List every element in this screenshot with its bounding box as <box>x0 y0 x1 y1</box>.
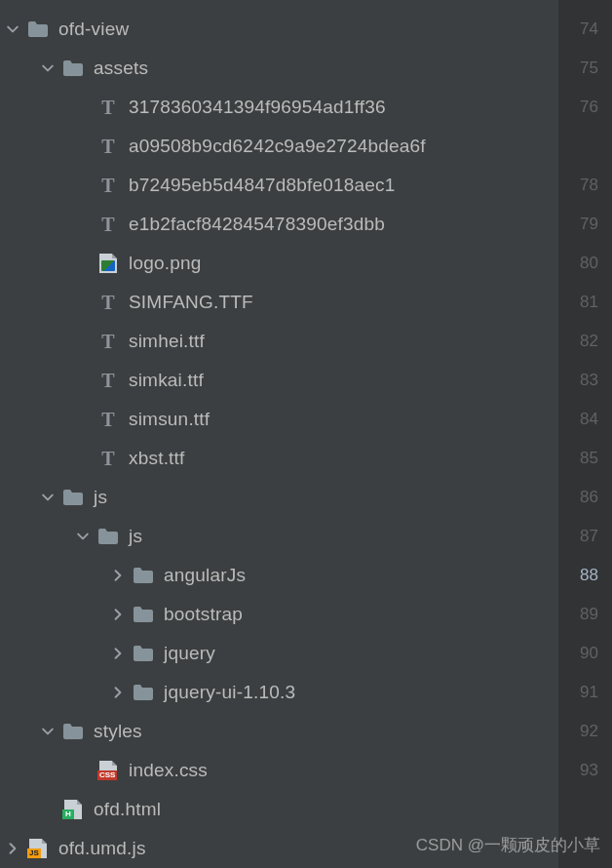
folder-icon <box>25 10 51 49</box>
tree-item-label: ofd.umd.js <box>58 838 146 859</box>
chevron-placeholder <box>70 205 96 244</box>
tree-item[interactable]: Tsimhei.ttf <box>0 322 558 361</box>
line-number: 85 <box>558 439 612 478</box>
chevron-placeholder <box>70 166 96 205</box>
tree-item[interactable]: ofd.html <box>0 790 558 829</box>
line-number: 91 <box>558 673 612 712</box>
chevron-placeholder <box>70 751 96 790</box>
folder-icon <box>131 556 156 595</box>
chevron-right-icon[interactable] <box>0 829 25 868</box>
line-number: 90 <box>558 634 612 673</box>
line-number: 83 <box>558 361 612 400</box>
tree-item[interactable]: angularJs <box>0 556 558 595</box>
folder-icon <box>131 634 156 673</box>
js-file-icon <box>25 829 51 868</box>
line-number: 78 <box>558 166 612 205</box>
chevron-placeholder <box>70 439 96 478</box>
line-number: 75 <box>558 49 612 88</box>
file-tree[interactable]: ofd-viewassetsT3178360341394f96954ad1ff3… <box>0 0 558 868</box>
font-file-icon: T <box>96 205 121 244</box>
chevron-right-icon[interactable] <box>105 556 131 595</box>
chevron-right-icon[interactable] <box>105 595 131 634</box>
tree-item-label: js <box>129 526 142 547</box>
chevron-right-icon[interactable] <box>105 634 131 673</box>
line-number <box>558 127 612 166</box>
tree-item-label: b72495eb5d4847d8bfe018aec1 <box>129 175 396 196</box>
folder-icon <box>60 478 86 517</box>
chevron-placeholder <box>70 244 96 283</box>
line-number: 88 <box>558 556 612 595</box>
line-number: 74 <box>558 10 612 49</box>
line-number: 80 <box>558 244 612 283</box>
html-file-icon <box>60 790 86 829</box>
tree-item[interactable]: jquery <box>0 634 558 673</box>
tree-item-label: ofd-view <box>58 19 129 40</box>
font-file-icon: T <box>96 439 121 478</box>
line-number: 81 <box>558 283 612 322</box>
chevron-placeholder <box>70 361 96 400</box>
tree-item[interactable]: Txbst.ttf <box>0 439 558 478</box>
tree-item[interactable]: Ta09508b9cd6242c9a9e2724bdea6f <box>0 127 558 166</box>
folder-icon <box>131 595 156 634</box>
tree-item-label: e1b2facf842845478390ef3dbb <box>129 214 385 235</box>
tree-item[interactable]: Tb72495eb5d4847d8bfe018aec1 <box>0 166 558 205</box>
chevron-placeholder <box>70 88 96 127</box>
tree-item[interactable]: bootstrap <box>0 595 558 634</box>
chevron-down-icon[interactable] <box>35 49 60 88</box>
tree-item[interactable]: TSIMFANG.TTF <box>0 283 558 322</box>
line-number: 76 <box>558 88 612 127</box>
tree-item[interactable]: js <box>0 478 558 517</box>
tree-item[interactable]: styles <box>0 712 558 751</box>
tree-item[interactable]: Tsimkai.ttf <box>0 361 558 400</box>
tree-item[interactable]: ofd.umd.js <box>0 829 558 868</box>
line-number-gutter: 74757678798081828384858687888990919293 <box>558 0 612 868</box>
chevron-right-icon[interactable] <box>105 673 131 712</box>
chevron-down-icon[interactable] <box>0 10 25 49</box>
tree-item-label: js <box>94 487 107 508</box>
folder-icon <box>60 712 86 751</box>
tree-item[interactable]: Tsimsun.ttf <box>0 400 558 439</box>
tree-item-label: simhei.ttf <box>129 331 205 352</box>
line-number: 84 <box>558 400 612 439</box>
tree-item[interactable]: index.css <box>0 751 558 790</box>
line-number: 93 <box>558 751 612 790</box>
tree-item-label: a09508b9cd6242c9a9e2724bdea6f <box>129 136 426 157</box>
tree-item[interactable]: assets <box>0 49 558 88</box>
folder-icon <box>60 49 86 88</box>
image-file-icon <box>96 244 121 283</box>
line-number: 89 <box>558 595 612 634</box>
tree-item-label: simkai.ttf <box>129 370 204 391</box>
tree-item-label: styles <box>94 721 142 742</box>
css-file-icon <box>96 751 121 790</box>
tree-item-label: jquery-ui-1.10.3 <box>164 682 295 703</box>
font-file-icon: T <box>96 283 121 322</box>
tree-item[interactable]: T3178360341394f96954ad1ff36 <box>0 88 558 127</box>
line-number: 92 <box>558 712 612 751</box>
tree-item[interactable]: ofd-view <box>0 10 558 49</box>
chevron-placeholder <box>35 790 60 829</box>
tree-item[interactable]: logo.png <box>0 244 558 283</box>
line-number: 79 <box>558 205 612 244</box>
tree-item-label: jquery <box>164 643 215 664</box>
tree-item[interactable]: jquery-ui-1.10.3 <box>0 673 558 712</box>
font-file-icon: T <box>96 166 121 205</box>
chevron-down-icon[interactable] <box>35 478 60 517</box>
chevron-down-icon[interactable] <box>70 517 96 556</box>
chevron-placeholder <box>70 127 96 166</box>
chevron-down-icon[interactable] <box>35 712 60 751</box>
font-file-icon: T <box>96 127 121 166</box>
font-file-icon: T <box>96 322 121 361</box>
tree-item-label: angularJs <box>164 565 246 586</box>
line-number: 82 <box>558 322 612 361</box>
tree-item[interactable]: js <box>0 517 558 556</box>
line-number: 86 <box>558 478 612 517</box>
tree-item-label: SIMFANG.TTF <box>129 292 253 313</box>
chevron-placeholder <box>70 400 96 439</box>
tree-item-label: ofd.html <box>94 799 161 820</box>
tree-item-label: assets <box>94 58 148 79</box>
tree-item-label: bootstrap <box>164 604 243 625</box>
line-number: 87 <box>558 517 612 556</box>
chevron-placeholder <box>70 322 96 361</box>
tree-item[interactable]: Te1b2facf842845478390ef3dbb <box>0 205 558 244</box>
font-file-icon: T <box>96 400 121 439</box>
